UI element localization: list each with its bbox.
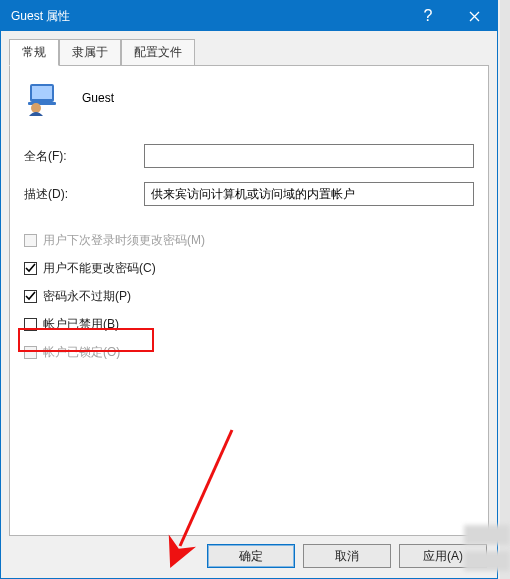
ok-button[interactable]: 确定 [207, 544, 295, 568]
cannot-change-label: 用户不能更改密码(C) [43, 260, 156, 277]
background-strip [500, 0, 510, 579]
checkmark-icon [25, 291, 36, 302]
user-icon [24, 80, 60, 116]
user-name: Guest [82, 91, 114, 105]
cancel-button[interactable]: 取消 [303, 544, 391, 568]
dialog-body: 常规 隶属于 配置文件 Guest 全名(F): [1, 31, 497, 578]
never-expires-checkbox[interactable] [24, 290, 37, 303]
fullname-row: 全名(F): [24, 144, 474, 168]
tab-panel-general: Guest 全名(F): 描述(D): 用户下次登录时须更改密码(M) [9, 65, 489, 536]
account-locked-label: 帐户已锁定(O) [43, 344, 120, 361]
tab-strip: 常规 隶属于 配置文件 [9, 39, 489, 66]
account-disabled-checkbox[interactable] [24, 318, 37, 331]
properties-dialog: Guest 属性 ? 常规 隶属于 配置文件 [0, 0, 498, 579]
account-locked-checkbox [24, 346, 37, 359]
never-expires-label: 密码永不过期(P) [43, 288, 131, 305]
window-title: Guest 属性 [11, 8, 405, 25]
tab-general[interactable]: 常规 [9, 39, 59, 66]
close-icon [469, 11, 480, 22]
must-change-checkbox [24, 234, 37, 247]
close-button[interactable] [451, 1, 497, 31]
account-disabled-label: 帐户已禁用(B) [43, 316, 119, 333]
svg-point-3 [31, 103, 41, 113]
must-change-row: 用户下次登录时须更改密码(M) [24, 232, 474, 249]
user-header: Guest [24, 80, 474, 116]
never-expires-row: 密码永不过期(P) [24, 288, 474, 305]
button-bar: 确定 取消 应用(A) [9, 536, 489, 570]
locked-row: 帐户已锁定(O) [24, 344, 474, 361]
tab-profile[interactable]: 配置文件 [121, 39, 195, 66]
description-row: 描述(D): [24, 182, 474, 206]
checkmark-icon [25, 263, 36, 274]
svg-rect-2 [28, 102, 56, 105]
checkbox-group: 用户下次登录时须更改密码(M) 用户不能更改密码(C) 密码永不过期(P) [24, 232, 474, 361]
description-input[interactable] [144, 182, 474, 206]
tab-memberof[interactable]: 隶属于 [59, 39, 121, 66]
account-disabled-row: 帐户已禁用(B) [24, 316, 474, 333]
description-label: 描述(D): [24, 186, 144, 203]
titlebar[interactable]: Guest 属性 ? [1, 1, 497, 31]
cannot-change-checkbox[interactable] [24, 262, 37, 275]
cannot-change-row: 用户不能更改密码(C) [24, 260, 474, 277]
fullname-input[interactable] [144, 144, 474, 168]
help-button[interactable]: ? [405, 1, 451, 31]
svg-rect-1 [32, 86, 52, 99]
background-blur [464, 525, 510, 571]
fullname-label: 全名(F): [24, 148, 144, 165]
must-change-label: 用户下次登录时须更改密码(M) [43, 232, 205, 249]
